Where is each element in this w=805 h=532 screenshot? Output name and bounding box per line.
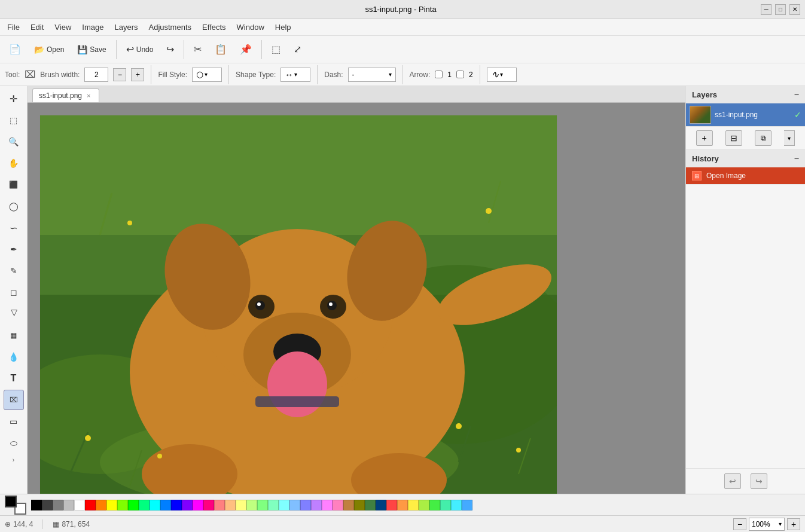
cut-button[interactable]: ✂	[188, 41, 207, 58]
zoom-in-button[interactable]: +	[787, 518, 800, 530]
tool-select-rect[interactable]: ⬚	[4, 110, 24, 130]
color-palette-cell[interactable]	[160, 500, 171, 510]
color-palette-cell[interactable]	[96, 500, 106, 510]
color-palette-cell[interactable]	[257, 500, 268, 510]
tool-pan[interactable]: ✋	[4, 153, 24, 173]
tool-rectangle[interactable]: ▭	[4, 411, 24, 432]
color-palette-cell[interactable]	[268, 500, 279, 510]
tab-close-button[interactable]: ×	[86, 91, 92, 100]
menu-adjustments[interactable]: Adjustments	[144, 21, 196, 33]
fill-style-dropdown[interactable]: ⬡ ▾	[192, 68, 222, 82]
tool-zoom[interactable]: 🔍	[4, 132, 24, 152]
copy-button[interactable]: 📋	[209, 41, 232, 58]
color-palette-cell[interactable]	[408, 500, 419, 510]
add-layer-button[interactable]: +	[696, 130, 713, 146]
color-palette-cell[interactable]	[289, 500, 300, 510]
new-button[interactable]: 📄	[4, 41, 26, 58]
color-palette-cell[interactable]	[74, 500, 85, 510]
color-palette-cell[interactable]	[182, 500, 193, 510]
color-palette-cell[interactable]	[117, 500, 128, 510]
close-button[interactable]: ✕	[789, 4, 800, 15]
zoom-out-button[interactable]: −	[733, 518, 746, 530]
arrow-checkbox-1[interactable]	[435, 71, 443, 78]
color-palette-cell[interactable]	[225, 500, 236, 510]
menu-layers[interactable]: Layers	[109, 21, 142, 33]
menu-view[interactable]: View	[50, 21, 76, 33]
canvas-image[interactable]	[40, 115, 557, 494]
layer-item[interactable]: ss1-input.png ✓	[686, 103, 805, 127]
color-palette-cell[interactable]	[150, 500, 160, 510]
duplicate-layer-button[interactable]: ⧉	[755, 130, 772, 146]
color-palette-cell[interactable]	[311, 500, 322, 510]
paste-button[interactable]: 📌	[234, 41, 257, 58]
brush-width-plus[interactable]: +	[131, 68, 144, 81]
color-palette-cell[interactable]	[85, 500, 96, 510]
layers-collapse-button[interactable]: −	[794, 90, 799, 99]
color-palette-cell[interactable]	[462, 500, 472, 510]
layer-more-dropdown[interactable]: ▾	[784, 130, 795, 146]
curve-dropdown[interactable]: ∿ ▾	[487, 68, 517, 82]
color-palette-cell[interactable]	[246, 500, 257, 510]
tool-magic-wand[interactable]: ⬛	[4, 175, 24, 195]
canvas-tab[interactable]: ss1-input.png ×	[32, 88, 99, 102]
color-palette-cell[interactable]	[236, 500, 246, 510]
color-palette-cell[interactable]	[171, 500, 182, 510]
color-palette-cell[interactable]	[203, 500, 214, 510]
color-palette-cell[interactable]	[429, 500, 440, 510]
tool-gradient[interactable]: ▦	[4, 325, 24, 346]
history-item[interactable]: ⊞ Open Image	[686, 167, 805, 185]
tool-select-ellipse[interactable]: ◯	[4, 196, 24, 216]
open-button[interactable]: 📂 Open	[29, 42, 69, 57]
tool-color-picker[interactable]: 💧	[4, 347, 24, 367]
tool-ellipse[interactable]: ⬭	[4, 433, 24, 453]
color-palette-cell[interactable]	[440, 500, 451, 510]
tool-lasso[interactable]: ∽	[4, 218, 24, 238]
color-palette-cell[interactable]	[139, 500, 150, 510]
zoom-level-select[interactable]: 100% ▾	[749, 518, 785, 531]
shape-type-dropdown[interactable]: ↔ ▾	[280, 68, 310, 82]
crop-button[interactable]: ⬚	[266, 41, 286, 58]
color-palette-cell[interactable]	[333, 500, 343, 510]
tool-fill[interactable]: △	[4, 304, 24, 324]
menu-effects[interactable]: Effects	[197, 21, 231, 33]
tool-shapes[interactable]: ⌧	[4, 390, 24, 410]
tool-eraser[interactable]: ◻	[4, 282, 24, 302]
brush-width-minus[interactable]: −	[113, 68, 126, 81]
color-palette-cell[interactable]	[419, 500, 429, 510]
dash-dropdown[interactable]: - ▾	[348, 68, 396, 82]
tool-color-picker-2[interactable]: ✒	[4, 239, 24, 259]
color-palette-cell[interactable]	[386, 500, 397, 510]
color-palette-cell[interactable]	[365, 500, 376, 510]
color-palette-cell[interactable]	[343, 500, 354, 510]
menu-help[interactable]: Help	[270, 21, 296, 33]
tool-move[interactable]: ✛	[4, 88, 24, 109]
color-palette-cell[interactable]	[451, 500, 462, 510]
color-palette-cell[interactable]	[128, 500, 139, 510]
history-redo-button[interactable]: ↪	[751, 473, 767, 489]
tool-pencil[interactable]: ✎	[4, 261, 24, 281]
menu-image[interactable]: Image	[77, 21, 108, 33]
minimize-button[interactable]: ─	[761, 4, 772, 15]
toolbox-expand[interactable]: ›	[4, 454, 24, 465]
color-palette-cell[interactable]	[397, 500, 408, 510]
color-palette-cell[interactable]	[63, 500, 74, 510]
redo-button[interactable]: ↪	[161, 41, 179, 58]
color-palette-cell[interactable]	[106, 500, 117, 510]
color-palette-cell[interactable]	[42, 500, 53, 510]
undo-button[interactable]: ↩ Undo	[121, 41, 159, 58]
canvas-area[interactable]: ss1-input.png ×	[28, 86, 685, 494]
color-palette-cell[interactable]	[193, 500, 203, 510]
brush-width-input[interactable]	[84, 68, 108, 82]
color-palette-cell[interactable]	[376, 500, 386, 510]
color-palette-cell[interactable]	[214, 500, 225, 510]
history-undo-button[interactable]: ↩	[724, 473, 741, 489]
color-palette-cell[interactable]	[354, 500, 365, 510]
menu-file[interactable]: File	[2, 21, 25, 33]
color-palette-cell[interactable]	[322, 500, 333, 510]
color-palette-cell[interactable]	[31, 500, 42, 510]
layer-visibility-check[interactable]: ✓	[794, 110, 801, 120]
history-collapse-button[interactable]: −	[794, 154, 799, 163]
maximize-button[interactable]: □	[775, 4, 786, 15]
tool-text[interactable]: T	[4, 368, 24, 389]
foreground-color-swatch[interactable]	[5, 496, 17, 507]
